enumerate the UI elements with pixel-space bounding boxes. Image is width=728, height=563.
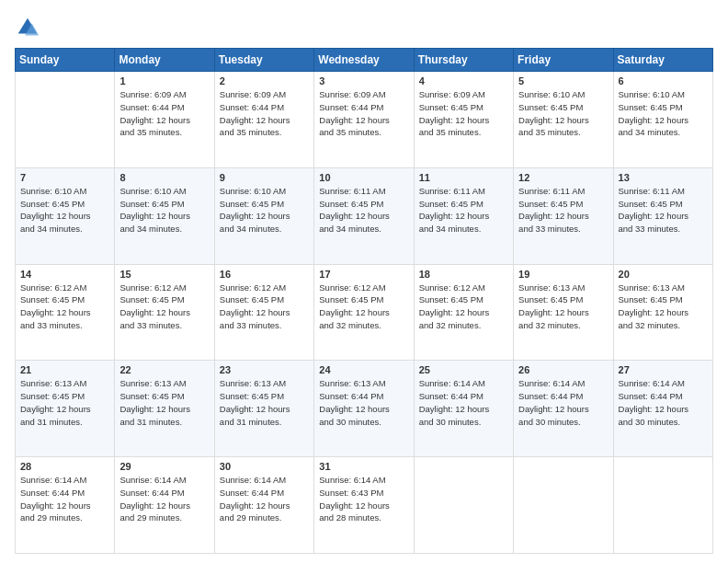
header: [15, 15, 713, 40]
day-number: 24: [319, 364, 408, 375]
calendar-cell: 5Sunrise: 6:10 AMSunset: 6:45 PMDaylight…: [514, 72, 613, 168]
day-number: 15: [119, 269, 209, 280]
logo: [15, 15, 44, 40]
day-number: 30: [220, 461, 309, 472]
calendar-week-2: 7Sunrise: 6:10 AMSunset: 6:45 PMDaylight…: [16, 167, 713, 264]
calendar-cell: 31Sunrise: 6:14 AMSunset: 6:43 PMDayligh…: [314, 457, 414, 554]
calendar-week-1: 1Sunrise: 6:09 AMSunset: 6:44 PMDaylight…: [16, 72, 713, 168]
day-number: 11: [419, 172, 508, 183]
day-info: Sunrise: 6:13 AMSunset: 6:45 PMDaylight:…: [119, 377, 209, 428]
day-info: Sunrise: 6:14 AMSunset: 6:44 PMDaylight:…: [518, 377, 608, 428]
calendar-cell: 24Sunrise: 6:13 AMSunset: 6:44 PMDayligh…: [314, 361, 414, 457]
day-info: Sunrise: 6:09 AMSunset: 6:44 PMDaylight:…: [119, 88, 209, 139]
day-info: Sunrise: 6:12 AMSunset: 6:45 PMDaylight:…: [319, 282, 408, 332]
calendar-cell: [514, 457, 613, 554]
calendar-cell: 29Sunrise: 6:14 AMSunset: 6:44 PMDayligh…: [115, 457, 214, 554]
calendar-cell: 2Sunrise: 6:09 AMSunset: 6:44 PMDaylight…: [214, 72, 313, 168]
day-number: 18: [419, 269, 508, 280]
calendar-cell: 25Sunrise: 6:14 AMSunset: 6:44 PMDayligh…: [414, 361, 513, 457]
calendar-cell: 27Sunrise: 6:14 AMSunset: 6:44 PMDayligh…: [613, 361, 712, 457]
calendar-cell: 6Sunrise: 6:10 AMSunset: 6:45 PMDaylight…: [613, 72, 712, 168]
day-info: Sunrise: 6:13 AMSunset: 6:45 PMDaylight:…: [518, 282, 608, 332]
day-info: Sunrise: 6:12 AMSunset: 6:45 PMDaylight:…: [419, 282, 508, 332]
calendar-cell: 12Sunrise: 6:11 AMSunset: 6:45 PMDayligh…: [514, 167, 613, 264]
calendar-cell: 26Sunrise: 6:14 AMSunset: 6:44 PMDayligh…: [514, 361, 613, 457]
calendar-cell: 9Sunrise: 6:10 AMSunset: 6:45 PMDaylight…: [214, 167, 313, 264]
day-number: 1: [119, 75, 209, 86]
day-info: Sunrise: 6:13 AMSunset: 6:45 PMDaylight:…: [619, 282, 708, 332]
calendar-week-3: 14Sunrise: 6:12 AMSunset: 6:45 PMDayligh…: [16, 264, 713, 361]
day-number: 8: [119, 172, 209, 183]
day-number: 14: [20, 269, 109, 280]
logo-icon: [15, 15, 40, 40]
calendar-cell: 4Sunrise: 6:09 AMSunset: 6:45 PMDaylight…: [414, 72, 513, 168]
header-day-friday: Friday: [514, 49, 613, 72]
day-info: Sunrise: 6:14 AMSunset: 6:43 PMDaylight:…: [319, 474, 408, 524]
day-info: Sunrise: 6:12 AMSunset: 6:45 PMDaylight:…: [220, 282, 309, 332]
header-day-sunday: Sunday: [16, 49, 115, 72]
calendar-cell: 18Sunrise: 6:12 AMSunset: 6:45 PMDayligh…: [414, 264, 513, 361]
calendar-cell: 10Sunrise: 6:11 AMSunset: 6:45 PMDayligh…: [314, 167, 414, 264]
calendar-cell: 14Sunrise: 6:12 AMSunset: 6:45 PMDayligh…: [16, 264, 115, 361]
calendar-cell: 15Sunrise: 6:12 AMSunset: 6:45 PMDayligh…: [115, 264, 214, 361]
day-info: Sunrise: 6:12 AMSunset: 6:45 PMDaylight:…: [119, 282, 209, 332]
day-info: Sunrise: 6:13 AMSunset: 6:45 PMDaylight:…: [220, 377, 309, 428]
day-number: 16: [220, 269, 309, 280]
header-day-saturday: Saturday: [613, 49, 712, 72]
page: SundayMondayTuesdayWednesdayThursdayFrid…: [0, 0, 728, 563]
day-number: 7: [20, 172, 109, 183]
calendar-cell: 3Sunrise: 6:09 AMSunset: 6:44 PMDaylight…: [314, 72, 414, 168]
day-number: 26: [518, 364, 608, 375]
day-number: 17: [319, 269, 408, 280]
day-info: Sunrise: 6:09 AMSunset: 6:45 PMDaylight:…: [419, 88, 508, 139]
calendar-cell: 7Sunrise: 6:10 AMSunset: 6:45 PMDaylight…: [16, 167, 115, 264]
day-info: Sunrise: 6:14 AMSunset: 6:44 PMDaylight:…: [619, 377, 708, 428]
day-info: Sunrise: 6:10 AMSunset: 6:45 PMDaylight:…: [20, 185, 109, 236]
day-info: Sunrise: 6:11 AMSunset: 6:45 PMDaylight:…: [319, 185, 408, 236]
day-info: Sunrise: 6:12 AMSunset: 6:45 PMDaylight:…: [20, 282, 109, 332]
day-info: Sunrise: 6:11 AMSunset: 6:45 PMDaylight:…: [419, 185, 508, 236]
day-number: 23: [220, 364, 309, 375]
calendar-cell: 21Sunrise: 6:13 AMSunset: 6:45 PMDayligh…: [16, 361, 115, 457]
day-number: 9: [220, 172, 309, 183]
day-number: 20: [619, 269, 708, 280]
calendar-cell: 17Sunrise: 6:12 AMSunset: 6:45 PMDayligh…: [314, 264, 414, 361]
header-day-monday: Monday: [115, 49, 214, 72]
calendar-header-row: SundayMondayTuesdayWednesdayThursdayFrid…: [16, 49, 713, 72]
day-info: Sunrise: 6:14 AMSunset: 6:44 PMDaylight:…: [119, 474, 209, 524]
calendar-week-5: 28Sunrise: 6:14 AMSunset: 6:44 PMDayligh…: [16, 457, 713, 554]
calendar-cell: [613, 457, 712, 554]
day-info: Sunrise: 6:13 AMSunset: 6:45 PMDaylight:…: [20, 377, 109, 428]
day-number: 27: [619, 364, 708, 375]
calendar-cell: [16, 72, 115, 168]
day-number: 3: [319, 75, 408, 86]
day-info: Sunrise: 6:10 AMSunset: 6:45 PMDaylight:…: [119, 185, 209, 236]
calendar-cell: 30Sunrise: 6:14 AMSunset: 6:44 PMDayligh…: [214, 457, 313, 554]
day-number: 6: [619, 75, 708, 86]
calendar-cell: 8Sunrise: 6:10 AMSunset: 6:45 PMDaylight…: [115, 167, 214, 264]
day-number: 19: [518, 269, 608, 280]
day-number: 10: [319, 172, 408, 183]
day-number: 13: [619, 172, 708, 183]
calendar-cell: [414, 457, 513, 554]
header-day-thursday: Thursday: [414, 49, 513, 72]
calendar-cell: 16Sunrise: 6:12 AMSunset: 6:45 PMDayligh…: [214, 264, 313, 361]
day-info: Sunrise: 6:14 AMSunset: 6:44 PMDaylight:…: [220, 474, 309, 524]
day-number: 25: [419, 364, 508, 375]
calendar-cell: 11Sunrise: 6:11 AMSunset: 6:45 PMDayligh…: [414, 167, 513, 264]
day-info: Sunrise: 6:14 AMSunset: 6:44 PMDaylight:…: [419, 377, 508, 428]
calendar-cell: 19Sunrise: 6:13 AMSunset: 6:45 PMDayligh…: [514, 264, 613, 361]
day-number: 28: [20, 461, 109, 472]
day-number: 29: [119, 461, 209, 472]
day-info: Sunrise: 6:09 AMSunset: 6:44 PMDaylight:…: [319, 88, 408, 139]
calendar-cell: 13Sunrise: 6:11 AMSunset: 6:45 PMDayligh…: [613, 167, 712, 264]
day-number: 2: [220, 75, 309, 86]
header-day-wednesday: Wednesday: [314, 49, 414, 72]
day-info: Sunrise: 6:10 AMSunset: 6:45 PMDaylight:…: [518, 88, 608, 139]
calendar-cell: 1Sunrise: 6:09 AMSunset: 6:44 PMDaylight…: [115, 72, 214, 168]
day-info: Sunrise: 6:10 AMSunset: 6:45 PMDaylight:…: [220, 185, 309, 236]
day-info: Sunrise: 6:11 AMSunset: 6:45 PMDaylight:…: [518, 185, 608, 236]
calendar-cell: 23Sunrise: 6:13 AMSunset: 6:45 PMDayligh…: [214, 361, 313, 457]
header-day-tuesday: Tuesday: [214, 49, 313, 72]
calendar-cell: 22Sunrise: 6:13 AMSunset: 6:45 PMDayligh…: [115, 361, 214, 457]
